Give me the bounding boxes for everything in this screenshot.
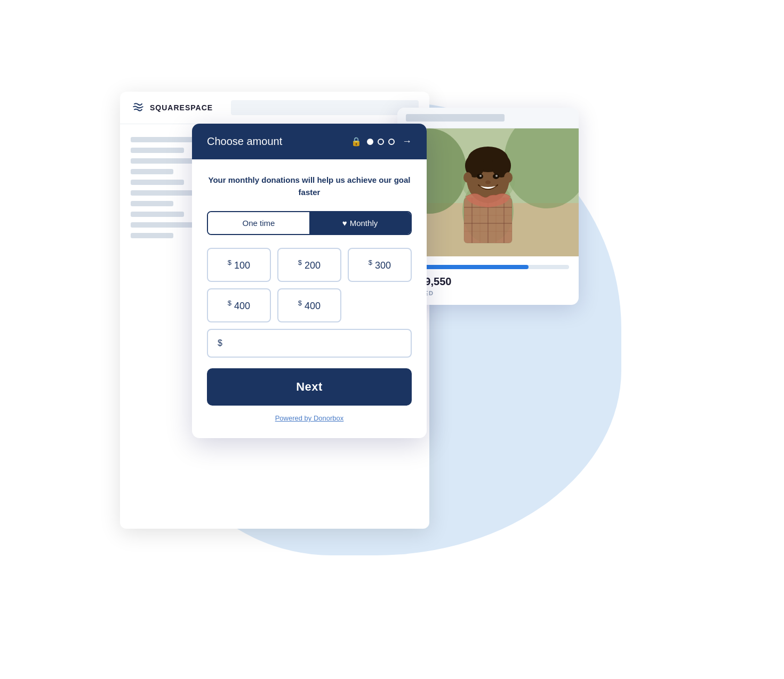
powered-by-link[interactable]: Powered by Donorbox [207,414,412,427]
amount-button-400a[interactable]: $ 400 [207,288,271,322]
svg-point-27 [485,181,491,184]
heart-icon: ♥ [342,219,347,228]
step-dots [367,139,395,145]
amount-grid: $ 100 $ 200 $ 300 [207,248,412,282]
currency-symbol: $ [228,258,231,266]
squarespace-logo: SQUARESPACE [131,100,213,115]
svg-point-28 [463,172,472,183]
progress-bar-container [407,265,569,269]
sidebar-line [131,180,184,185]
currency-symbol: $ [298,299,302,307]
amount-button-200[interactable]: $ 200 [277,248,341,282]
lock-icon: 🔒 [351,136,362,147]
browser-header: SQUARESPACE [120,92,429,124]
raised-amount: $189,550 [407,276,569,288]
monthly-label: Monthly [350,219,378,228]
arrow-icon: → [402,136,412,147]
monthly-button[interactable]: ♥Monthly [309,212,411,234]
card-url-bar [397,108,579,128]
one-time-button[interactable]: One time [208,212,309,234]
url-placeholder [406,114,505,122]
amount-button-100[interactable]: $ 100 [207,248,271,282]
widget-header: Choose amount 🔒 → [192,124,427,159]
brand-name: SQUARESPACE [150,103,213,112]
custom-currency-symbol: $ [218,338,222,348]
url-bar[interactable] [231,100,419,115]
sidebar-line [131,169,173,174]
step-dot-1 [367,139,373,145]
amount-button-300[interactable]: $ 300 [348,248,412,282]
next-button[interactable]: Next [207,368,412,406]
svg-point-25 [479,175,482,177]
frequency-toggle: One time ♥Monthly [207,211,412,235]
sidebar-line [131,201,173,206]
sidebar-line [131,212,184,217]
raised-label: RAISED [407,290,569,296]
svg-point-29 [504,172,513,183]
header-icons: 🔒 → [351,136,412,147]
currency-symbol: $ [228,299,231,307]
squarespace-logo-icon [131,100,146,115]
currency-symbol: $ [298,258,302,266]
custom-amount-input[interactable] [227,338,401,348]
sidebar-line [131,233,173,238]
step-dot-3 [388,139,395,145]
currency-symbol: $ [369,258,372,266]
amount-button-400b[interactable]: $ 400 [277,288,341,322]
custom-amount-container[interactable]: $ [207,329,412,358]
sidebar-line [131,148,184,153]
step-dot-2 [378,139,384,145]
widget-body: Your monthly donations will help us achi… [192,159,427,438]
widget-title: Choose amount [207,135,342,148]
donation-widget: Choose amount 🔒 → Your monthly donations… [192,124,427,438]
tagline: Your monthly donations will help us achi… [207,174,412,198]
amount-row-2: $ 400 $ 400 [207,288,412,322]
svg-point-26 [495,175,498,177]
